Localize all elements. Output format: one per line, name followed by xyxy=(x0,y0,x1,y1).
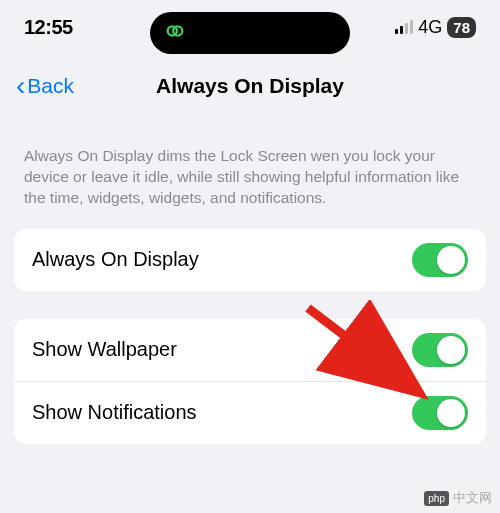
row-show-wallpaper: Show Wallpaper xyxy=(14,319,486,382)
row-show-notifications: Show Notifications xyxy=(14,382,486,444)
row-label: Show Wallpaper xyxy=(32,338,177,361)
toggle-knob xyxy=(437,399,465,427)
status-right: 4G 78 xyxy=(395,17,476,38)
watermark-logo: php xyxy=(424,491,449,506)
status-time: 12:55 xyxy=(24,16,73,39)
status-bar: 12:55 4G 78 xyxy=(0,0,500,50)
settings-group-options: Show Wallpaper Show Notifications xyxy=(14,319,486,444)
back-label: Back xyxy=(27,74,74,98)
row-always-on-display: Always On Display xyxy=(14,229,486,291)
back-button[interactable]: ‹ Back xyxy=(16,72,74,100)
toggle-always-on-display[interactable] xyxy=(412,243,468,277)
row-label: Show Notifications xyxy=(32,401,197,424)
watermark: php 中文网 xyxy=(424,489,492,507)
signal-icon xyxy=(395,20,413,34)
toggle-show-wallpaper[interactable] xyxy=(412,333,468,367)
toggle-show-notifications[interactable] xyxy=(412,396,468,430)
chevron-left-icon: ‹ xyxy=(16,72,25,100)
section-description: Always On Display dims the Lock Screen w… xyxy=(0,118,500,219)
row-label: Always On Display xyxy=(32,248,199,271)
battery-indicator: 78 xyxy=(447,17,476,38)
link-status-icon xyxy=(164,20,186,46)
settings-group-main: Always On Display xyxy=(14,229,486,291)
toggle-knob xyxy=(437,246,465,274)
page-title: Always On Display xyxy=(156,74,344,98)
toggle-knob xyxy=(437,336,465,364)
watermark-text: 中文网 xyxy=(453,489,492,507)
dynamic-island[interactable] xyxy=(150,12,350,54)
nav-header: ‹ Back Always On Display xyxy=(0,50,500,118)
network-label: 4G xyxy=(418,17,442,38)
